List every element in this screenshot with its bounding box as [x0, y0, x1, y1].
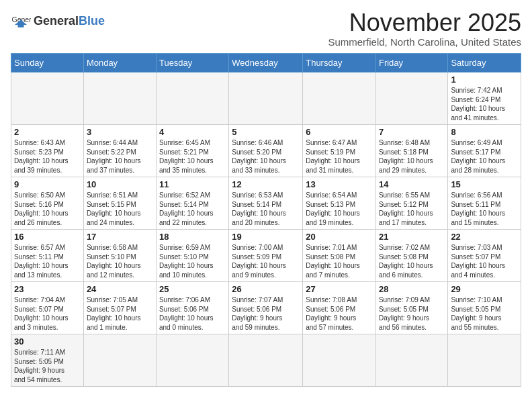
day-info: Sunrise: 6:44 AM Sunset: 5:22 PM Dayligh…	[87, 138, 153, 175]
calendar-cell: 9Sunrise: 6:50 AM Sunset: 5:16 PM Daylig…	[11, 177, 84, 230]
weekday-header-tuesday: Tuesday	[156, 54, 228, 73]
day-info: Sunrise: 7:02 AM Sunset: 5:08 PM Dayligh…	[379, 243, 445, 279]
calendar-week-4: 23Sunrise: 7:04 AM Sunset: 5:07 PM Dayli…	[11, 282, 521, 334]
calendar-cell	[83, 334, 156, 387]
svg-rect-2	[18, 25, 24, 28]
generalblue-logo-icon: General	[11, 11, 31, 31]
calendar-cell: 23Sunrise: 7:04 AM Sunset: 5:07 PM Dayli…	[11, 282, 84, 334]
day-number: 11	[159, 179, 226, 189]
calendar-cell: 25Sunrise: 7:06 AM Sunset: 5:06 PM Dayli…	[156, 282, 228, 334]
weekday-row: SundayMondayTuesdayWednesdayThursdayFrid…	[11, 54, 521, 73]
calendar-cell: 26Sunrise: 7:07 AM Sunset: 5:06 PM Dayli…	[229, 282, 303, 334]
day-info: Sunrise: 6:49 AM Sunset: 5:17 PM Dayligh…	[451, 138, 518, 175]
day-number: 24	[87, 284, 153, 294]
calendar-cell: 7Sunrise: 6:48 AM Sunset: 5:18 PM Daylig…	[375, 125, 447, 177]
day-number: 22	[451, 232, 518, 242]
day-info: Sunrise: 7:08 AM Sunset: 5:06 PM Dayligh…	[306, 295, 373, 332]
calendar-cell: 4Sunrise: 6:45 AM Sunset: 5:21 PM Daylig…	[156, 125, 228, 177]
day-number: 17	[87, 232, 153, 242]
calendar-cell: 13Sunrise: 6:54 AM Sunset: 5:13 PM Dayli…	[303, 177, 376, 230]
day-number: 14	[379, 179, 445, 189]
weekday-header-friday: Friday	[375, 54, 447, 73]
day-info: Sunrise: 7:00 AM Sunset: 5:09 PM Dayligh…	[232, 243, 300, 279]
page-header: General GeneralBlue November 2025 Summer…	[11, 11, 521, 48]
day-number: 10	[87, 179, 153, 189]
calendar-cell: 1Sunrise: 7:42 AM Sunset: 6:24 PM Daylig…	[448, 73, 521, 125]
logo: General GeneralBlue	[11, 11, 105, 31]
day-info: Sunrise: 7:01 AM Sunset: 5:08 PM Dayligh…	[306, 243, 373, 279]
calendar-cell: 17Sunrise: 6:58 AM Sunset: 5:10 PM Dayli…	[83, 230, 156, 282]
day-number: 19	[232, 232, 300, 242]
day-number: 25	[159, 284, 226, 294]
day-info: Sunrise: 7:09 AM Sunset: 5:05 PM Dayligh…	[379, 295, 445, 332]
logo-text: GeneralBlue	[34, 15, 105, 27]
day-number: 30	[14, 336, 81, 347]
calendar-cell: 12Sunrise: 6:53 AM Sunset: 5:14 PM Dayli…	[229, 177, 303, 230]
calendar-cell: 19Sunrise: 7:00 AM Sunset: 5:09 PM Dayli…	[229, 230, 303, 282]
day-info: Sunrise: 6:51 AM Sunset: 5:15 PM Dayligh…	[87, 191, 153, 227]
day-number: 8	[451, 127, 518, 137]
day-number: 13	[306, 179, 373, 189]
calendar-cell: 29Sunrise: 7:10 AM Sunset: 5:05 PM Dayli…	[448, 282, 521, 334]
day-info: Sunrise: 6:53 AM Sunset: 5:14 PM Dayligh…	[232, 191, 300, 227]
day-number: 21	[379, 232, 445, 242]
day-info: Sunrise: 7:11 AM Sunset: 5:05 PM Dayligh…	[14, 348, 81, 384]
day-info: Sunrise: 6:43 AM Sunset: 5:23 PM Dayligh…	[14, 138, 81, 175]
day-number: 16	[14, 232, 81, 242]
weekday-header-thursday: Thursday	[303, 54, 376, 73]
day-info: Sunrise: 6:56 AM Sunset: 5:11 PM Dayligh…	[451, 191, 518, 227]
day-info: Sunrise: 6:48 AM Sunset: 5:18 PM Dayligh…	[379, 138, 445, 175]
day-info: Sunrise: 6:54 AM Sunset: 5:13 PM Dayligh…	[306, 191, 373, 227]
calendar-cell: 11Sunrise: 6:52 AM Sunset: 5:14 PM Dayli…	[156, 177, 228, 230]
day-number: 12	[232, 179, 300, 189]
location-title: Summerfield, North Carolina, United Stat…	[328, 36, 521, 48]
calendar-cell	[229, 73, 303, 125]
day-info: Sunrise: 6:55 AM Sunset: 5:12 PM Dayligh…	[379, 191, 445, 227]
day-number: 6	[306, 127, 373, 137]
day-number: 9	[14, 179, 81, 189]
day-number: 18	[159, 232, 226, 242]
weekday-header-sunday: Sunday	[11, 54, 84, 73]
calendar-week-5: 30Sunrise: 7:11 AM Sunset: 5:05 PM Dayli…	[11, 334, 521, 387]
calendar-cell: 5Sunrise: 6:46 AM Sunset: 5:20 PM Daylig…	[229, 125, 303, 177]
calendar-cell: 6Sunrise: 6:47 AM Sunset: 5:19 PM Daylig…	[303, 125, 376, 177]
day-info: Sunrise: 6:45 AM Sunset: 5:21 PM Dayligh…	[159, 138, 226, 175]
calendar-cell	[156, 73, 228, 125]
calendar-cell: 16Sunrise: 6:57 AM Sunset: 5:11 PM Dayli…	[11, 230, 84, 282]
day-info: Sunrise: 7:03 AM Sunset: 5:07 PM Dayligh…	[451, 243, 518, 279]
calendar-cell: 10Sunrise: 6:51 AM Sunset: 5:15 PM Dayli…	[83, 177, 156, 230]
calendar-cell	[375, 334, 447, 387]
calendar-week-1: 2Sunrise: 6:43 AM Sunset: 5:23 PM Daylig…	[11, 125, 521, 177]
day-number: 2	[14, 127, 81, 137]
day-info: Sunrise: 7:05 AM Sunset: 5:07 PM Dayligh…	[87, 295, 153, 332]
day-info: Sunrise: 7:04 AM Sunset: 5:07 PM Dayligh…	[14, 295, 81, 332]
calendar-header: SundayMondayTuesdayWednesdayThursdayFrid…	[11, 54, 521, 73]
day-info: Sunrise: 6:52 AM Sunset: 5:14 PM Dayligh…	[159, 191, 226, 227]
calendar-table: SundayMondayTuesdayWednesdayThursdayFrid…	[11, 53, 521, 387]
day-info: Sunrise: 6:47 AM Sunset: 5:19 PM Dayligh…	[306, 138, 373, 175]
calendar-cell	[448, 334, 521, 387]
calendar-cell: 14Sunrise: 6:55 AM Sunset: 5:12 PM Dayli…	[375, 177, 447, 230]
calendar-cell: 3Sunrise: 6:44 AM Sunset: 5:22 PM Daylig…	[83, 125, 156, 177]
calendar-cell: 28Sunrise: 7:09 AM Sunset: 5:05 PM Dayli…	[375, 282, 447, 334]
calendar-week-3: 16Sunrise: 6:57 AM Sunset: 5:11 PM Dayli…	[11, 230, 521, 282]
title-area: November 2025 Summerfield, North Carolin…	[328, 11, 521, 48]
day-number: 7	[379, 127, 445, 137]
calendar-week-0: 1Sunrise: 7:42 AM Sunset: 6:24 PM Daylig…	[11, 73, 521, 125]
day-info: Sunrise: 7:06 AM Sunset: 5:06 PM Dayligh…	[159, 295, 226, 332]
calendar-cell	[375, 73, 447, 125]
calendar-cell	[303, 73, 376, 125]
calendar-cell: 21Sunrise: 7:02 AM Sunset: 5:08 PM Dayli…	[375, 230, 447, 282]
weekday-header-monday: Monday	[83, 54, 156, 73]
month-title: November 2025	[328, 11, 521, 35]
calendar-cell: 20Sunrise: 7:01 AM Sunset: 5:08 PM Dayli…	[303, 230, 376, 282]
day-number: 23	[14, 284, 81, 294]
calendar-cell	[303, 334, 376, 387]
calendar-cell: 8Sunrise: 6:49 AM Sunset: 5:17 PM Daylig…	[448, 125, 521, 177]
day-info: Sunrise: 6:57 AM Sunset: 5:11 PM Dayligh…	[14, 243, 81, 279]
calendar-cell	[229, 334, 303, 387]
calendar-cell: 22Sunrise: 7:03 AM Sunset: 5:07 PM Dayli…	[448, 230, 521, 282]
day-number: 3	[87, 127, 153, 137]
day-number: 28	[379, 284, 445, 294]
day-info: Sunrise: 6:46 AM Sunset: 5:20 PM Dayligh…	[232, 138, 300, 175]
